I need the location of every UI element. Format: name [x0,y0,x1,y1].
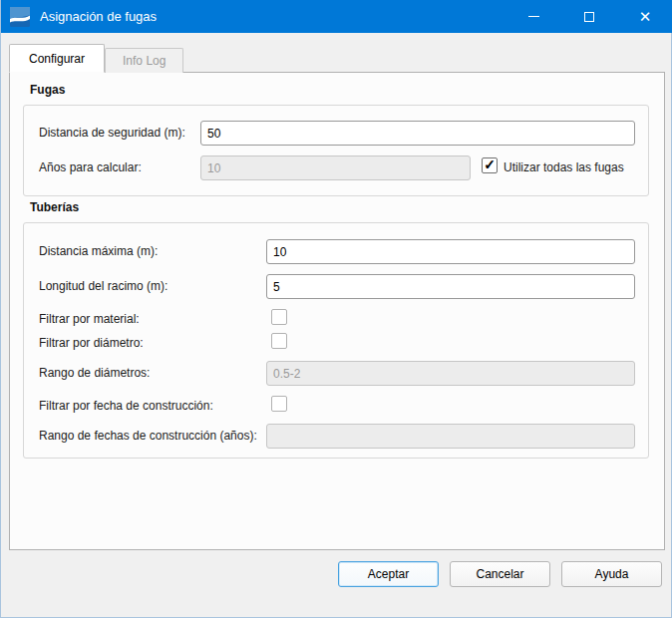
tuberias-group-title: Tuberías [30,200,79,214]
filtrar-material-label: Filtrar por material: [39,312,140,326]
minimize-button[interactable] [505,0,561,33]
cancel-button-label: Cancelar [476,567,523,581]
rango-diametros-label: Rango de diámetros: [39,366,150,380]
minimize-icon [528,16,539,17]
distancia-maxima-input[interactable] [266,239,635,264]
rango-fechas-label: Rango de fechas de construcción (años): [39,429,257,443]
longitud-racimo-label: Longitud del racimo (m): [39,279,168,293]
tab-info-log[interactable]: Info Log [105,48,183,73]
cancel-button[interactable]: Cancelar [450,561,550,587]
filtrar-material-checkbox[interactable] [271,309,287,325]
utilizar-todas-label: Utilizar todas las fugas [504,160,624,174]
filtrar-diametro-checkbox[interactable] [271,333,287,349]
rango-diametros-input [266,361,635,386]
accept-button-label: Aceptar [368,567,409,581]
maximize-icon [584,12,594,22]
accept-button[interactable]: Aceptar [338,561,439,587]
distancia-seguridad-label: Distancia de seguridad (m): [39,126,185,140]
anos-calcular-label: Años para calcular: [39,160,142,174]
maximize-button[interactable] [561,0,617,33]
close-button[interactable]: ✕ [617,0,672,33]
filtrar-diametro-label: Filtrar por diámetro: [39,336,144,350]
caption-buttons: ✕ [505,0,672,33]
distancia-maxima-label: Distancia máxima (m): [39,244,158,258]
fugas-group-frame: Distancia de seguridad (m): Años para ca… [23,105,649,196]
tab-info-log-label: Info Log [123,54,166,68]
tuberias-group-frame: Distancia máxima (m): Longitud del racim… [23,222,649,459]
tab-configurar[interactable]: Configurar [9,44,105,73]
app-logo-icon [10,7,30,27]
window-title: Asignación de fugas [40,9,157,24]
filtrar-fecha-checkbox[interactable] [271,396,287,412]
filtrar-fecha-label: Filtrar por fecha de construcción: [39,399,213,413]
check-icon: ✓ [484,157,496,171]
distancia-seguridad-input[interactable] [200,121,635,146]
help-button[interactable]: Ayuda [561,561,662,587]
help-button-label: Ayuda [595,567,629,581]
fugas-group-title: Fugas [30,83,65,97]
configurar-tab-panel: Fugas Distancia de seguridad (m): Años p… [9,72,665,550]
anos-calcular-input [200,155,471,180]
longitud-racimo-input[interactable] [266,274,635,299]
dialog-button-row: Aceptar Cancelar Ayuda [338,561,662,587]
tab-configurar-label: Configurar [29,52,85,66]
rango-fechas-input [266,424,635,449]
tab-bar: Configurar Info Log [9,44,183,73]
title-bar: Asignación de fugas ✕ [1,0,672,33]
leak-assignment-dialog: Asignación de fugas ✕ Configurar Info Lo… [0,0,672,618]
close-icon: ✕ [639,9,652,24]
utilizar-todas-checkbox[interactable]: ✓ [482,157,498,173]
